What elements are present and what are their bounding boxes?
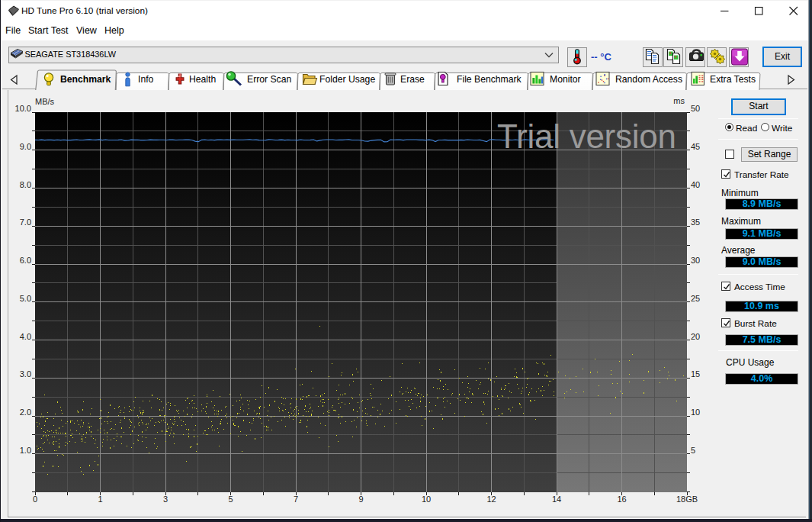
svg-text:30: 30	[691, 256, 700, 265]
svg-text:5.0: 5.0	[20, 294, 31, 303]
svg-text:12: 12	[486, 495, 496, 504]
svg-text:5: 5	[228, 495, 233, 504]
svg-text:20: 20	[691, 332, 700, 341]
svg-text:Info: Info	[138, 74, 154, 85]
svg-text:6.0: 6.0	[20, 256, 31, 265]
svg-text:18GB: 18GB	[676, 495, 698, 504]
svg-text:9: 9	[358, 495, 363, 504]
svg-text:Monitor: Monitor	[550, 74, 581, 85]
svg-text:9.0: 9.0	[20, 142, 31, 151]
svg-text:Erase: Erase	[400, 74, 425, 85]
svg-text:35: 35	[691, 218, 700, 227]
svg-text:3.0: 3.0	[20, 369, 31, 379]
svg-text:MB/s: MB/s	[35, 97, 55, 106]
svg-text:10: 10	[422, 495, 431, 504]
svg-text:Extra Tests: Extra Tests	[710, 74, 756, 85]
svg-text:45: 45	[691, 142, 700, 151]
svg-text:50: 50	[691, 104, 700, 113]
svg-text:Folder Usage: Folder Usage	[319, 74, 375, 85]
svg-text:Benchmark: Benchmark	[60, 74, 111, 85]
svg-text:3: 3	[163, 495, 168, 504]
svg-text:16: 16	[617, 495, 626, 504]
svg-text:Error Scan: Error Scan	[247, 74, 291, 85]
svg-text:14: 14	[552, 495, 561, 504]
svg-text:1: 1	[98, 495, 102, 504]
svg-text:1.0: 1.0	[20, 446, 31, 455]
svg-text:5: 5	[691, 446, 695, 455]
svg-text:40: 40	[691, 180, 700, 189]
svg-text:Health: Health	[189, 74, 216, 85]
svg-text:4.0: 4.0	[20, 332, 31, 341]
svg-text:25: 25	[691, 294, 700, 303]
svg-text:8.0: 8.0	[20, 180, 31, 189]
svg-text:Random Access: Random Access	[615, 74, 682, 85]
svg-text:Trial version: Trial version	[497, 118, 676, 155]
svg-text:2.0: 2.0	[20, 408, 31, 417]
svg-text:7: 7	[294, 495, 298, 504]
svg-text:7.0: 7.0	[20, 218, 31, 227]
svg-text:10: 10	[691, 408, 700, 417]
svg-text:File Benchmark: File Benchmark	[457, 74, 522, 85]
svg-text:15: 15	[691, 369, 700, 379]
svg-text:10.0: 10.0	[15, 104, 31, 113]
svg-text:0: 0	[33, 495, 37, 504]
svg-text:ms: ms	[673, 96, 685, 105]
